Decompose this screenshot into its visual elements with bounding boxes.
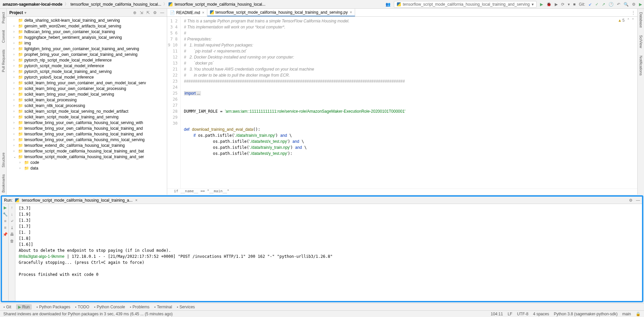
status-item[interactable]: LF [508, 312, 512, 316]
lock-icon[interactable]: 🔒 [636, 312, 641, 316]
git-update-icon[interactable]: ↙ [588, 2, 592, 7]
tree-item[interactable]: ›📁scikit_learn_bring_your_own_model_loca… [7, 91, 167, 97]
stop-button[interactable]: ■ [4, 219, 6, 223]
bottom-tab-terminal[interactable]: ▪ Terminal [154, 305, 172, 309]
hide-icon[interactable]: — [636, 198, 640, 203]
left-tab-project[interactable]: Project [1, 10, 5, 25]
status-item[interactable]: UTF-8 [517, 312, 528, 316]
tree-item[interactable]: 📁delta_sharing_scikit-learn_local_traini… [7, 17, 167, 23]
close-icon[interactable]: × [135, 198, 137, 203]
run-anything-icon[interactable]: ▶ [639, 2, 642, 7]
project-tree[interactable]: 📁delta_sharing_scikit-learn_local_traini… [7, 17, 167, 195]
source[interactable]: # This is a sample Python program that t… [181, 17, 637, 189]
tree-item[interactable]: ›📁pytorch_yolov5_local_model_inference [7, 74, 167, 80]
status-item[interactable]: Python 3.8 (sagemaker-python-sdk) [554, 312, 618, 316]
search-icon[interactable]: 🔍 [624, 2, 629, 7]
run-button[interactable]: ▶ [540, 2, 543, 7]
bottom-tab-problems[interactable]: ▪ Problems [130, 305, 149, 309]
bottom-tab-todo[interactable]: ▪ TODO [75, 305, 89, 309]
editor-tab[interactable]: 📄README.md× [167, 9, 207, 16]
pin-icon[interactable]: 📌 [3, 232, 8, 237]
tree-item[interactable]: ›📁img [7, 40, 167, 46]
project-title[interactable]: Project [9, 10, 23, 15]
code-editor[interactable]: ▲ 5 ˄ ˅ 1 2 3 4 5 6 7 8 9 10 11 12 13 21… [167, 17, 637, 189]
close-icon[interactable]: × [350, 10, 352, 15]
tree-item[interactable]: ›📁data [7, 165, 167, 171]
exit-icon[interactable]: ≡ [4, 225, 6, 230]
crumb-root[interactable]: amazon-sagemaker-local-mode [2, 2, 63, 7]
stop-button[interactable]: ■ [573, 2, 575, 7]
left-tab-pull-requests[interactable]: Pull Requests [1, 47, 5, 74]
tree-item[interactable]: ›📁scikit_learn_bring_your_own_container_… [7, 80, 167, 86]
print-icon[interactable]: 🖶 [10, 232, 14, 237]
hide-icon[interactable]: — [160, 10, 164, 15]
coverage-icon[interactable]: ▶ [555, 2, 558, 7]
wrench-icon[interactable]: 🔧 [3, 212, 8, 217]
rerun-button[interactable]: ▶ [4, 205, 7, 210]
crumb-2[interactable]: tensorflow_script_mode_california_housin… [174, 2, 266, 7]
up-icon[interactable]: ↑ [11, 205, 13, 210]
clear-icon[interactable]: 🗑 [10, 239, 14, 243]
left-tab-structure[interactable]: Structure [1, 150, 5, 170]
tree-item[interactable]: ›📁tensorflow_bring_your_own_california_h… [7, 131, 167, 137]
left-tab-bookmarks[interactable]: Bookmarks [1, 172, 5, 195]
git-push-icon[interactable]: ↗ [602, 2, 605, 7]
select-opened-file-icon[interactable]: ⊕ [133, 10, 136, 15]
status-item[interactable]: main [622, 312, 631, 316]
right-tab-notifications[interactable]: Notifications [639, 54, 643, 78]
crumb-1[interactable]: tensorflow_script_mode_california_housin… [70, 2, 162, 7]
chevron-down-icon[interactable]: ˅ [632, 18, 634, 23]
status-item[interactable]: 104:11 [491, 312, 503, 316]
git-commit-icon[interactable]: ✓ [595, 2, 599, 7]
chevron-down-icon[interactable]: ▾ [24, 10, 26, 15]
right-tab-sciview[interactable]: SciView [639, 33, 643, 50]
tree-item[interactable]: ›📁tensorflow_bring_your_own_california_h… [7, 120, 167, 125]
editor-tab[interactable]: tensorflow_script_mode_california_housin… [207, 9, 355, 16]
tree-item[interactable]: ›📁hdbscan_bring_your_own_container_local… [7, 29, 167, 34]
bottom-tab-run[interactable]: ▶ Run [16, 304, 32, 310]
soft-wrap-icon[interactable]: ⤶ [10, 219, 14, 223]
chevron-up-icon[interactable]: ˄ [627, 18, 629, 23]
tree-item[interactable]: ›📁huggingface_hebert_sentiment_analysis_… [7, 34, 167, 40]
tree-item[interactable]: ›📁tensorflow_script_mode_california_hous… [7, 148, 167, 154]
expand-all-icon[interactable]: ⇲ [140, 10, 143, 15]
tree-item[interactable]: ›📁lightgbm_bring_your_own_container_loca… [7, 46, 167, 51]
tree-item[interactable]: ›📁scikit_learn_nltk_local_processing [7, 103, 167, 108]
close-icon[interactable]: × [202, 10, 204, 15]
tree-item[interactable]: ›📁prophet_bring_your_own_container_local… [7, 51, 167, 57]
gear-icon[interactable]: ⚙ [153, 10, 157, 15]
tree-item[interactable]: ›📁gensim_with_word2vec_model_artifacts_l… [7, 23, 167, 29]
bottom-tab-git[interactable]: ▪ Git [3, 305, 11, 309]
tree-item[interactable]: ›📁tensorflow_bring_your_own_california_h… [7, 137, 167, 142]
tree-item[interactable]: ›📁scikit_learn_local_processing [7, 97, 167, 103]
console-output[interactable]: [3.7] [1.9] [1.3] [1.7] [1. ] [1.8] [1.6… [15, 204, 642, 301]
tree-item[interactable]: ›📁scikit_learn_bring_your_own_container_… [7, 86, 167, 91]
inspection-widget[interactable]: ▲ 5 ˄ ˅ [618, 18, 634, 23]
tree-item[interactable]: ›📁pytorch_script_mode_local_training_and… [7, 69, 167, 74]
gear-icon[interactable]: ⚙ [629, 198, 633, 203]
git-rollback-icon[interactable]: ↶ [617, 2, 620, 7]
tree-item[interactable]: ⌄📁tensorflow_script_mode_california_hous… [7, 154, 167, 160]
tree-item[interactable]: ›📁scikit_learn_script_mode_local_trainin… [7, 114, 167, 120]
profiler-icon[interactable]: ⟳ [561, 2, 564, 7]
right-tab-database[interactable]: Database [639, 10, 643, 30]
down-icon[interactable]: ↓ [11, 212, 13, 217]
scroll-to-end-icon[interactable]: ⤓ [10, 225, 14, 230]
bottom-tab-python-console[interactable]: ▪ Python Console [94, 305, 125, 309]
code-breadcrumb[interactable]: if __name__ == "__main__" [167, 189, 637, 195]
tree-item[interactable]: ›📁scikit_learn_script_mode_local_serving… [7, 108, 167, 114]
tree-item[interactable]: ›📁pytorch_script_mode_local_model_infere… [7, 63, 167, 69]
run-config-selector[interactable]: tensorflow_script_mode_california_housin… [394, 1, 537, 8]
tree-item[interactable]: ›📁tensorflow_bring_your_own_california_h… [7, 125, 167, 131]
bottom-tab-services[interactable]: ▪ Services [177, 305, 195, 309]
debug-button[interactable]: 🐞 [546, 2, 551, 7]
tree-item[interactable]: ›📁pytorch_nlp_script_mode_local_model_in… [7, 57, 167, 63]
user-add-icon[interactable]: 👥 [386, 2, 391, 7]
collapse-all-icon[interactable]: ⇱ [146, 10, 150, 15]
run-tab-title[interactable]: tensorflow_script_mode_california_housin… [22, 198, 132, 203]
left-tab-commit[interactable]: Commit [1, 28, 5, 45]
bottom-tab-python-packages[interactable]: ▪ Python Packages [36, 305, 71, 309]
git-history-icon[interactable]: 🕐 [609, 2, 614, 7]
tree-item[interactable]: ›📁code [7, 160, 167, 165]
tree-item[interactable]: ›📁tensorflow_extend_dlc_california_housi… [7, 142, 167, 148]
